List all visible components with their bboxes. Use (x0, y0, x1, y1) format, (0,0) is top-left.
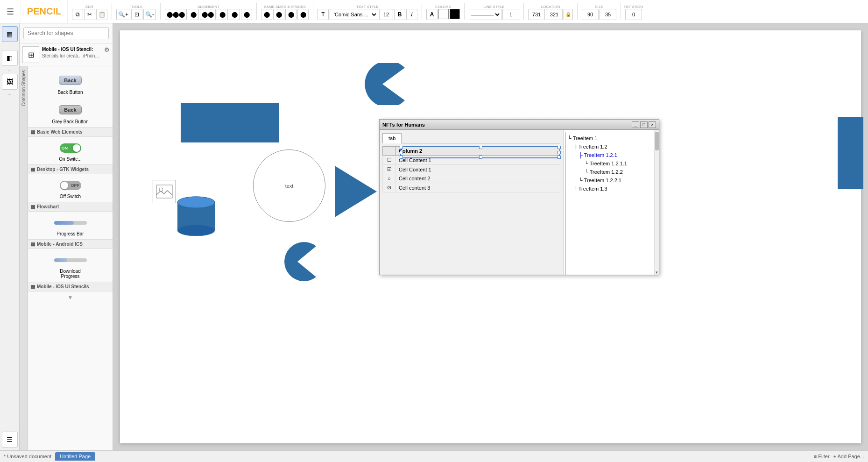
tree-item[interactable]: ├ TreeItem 1.2.1 (568, 151, 655, 159)
text-color-button[interactable]: A (426, 9, 438, 20)
copy-button[interactable]: ⧉ (72, 9, 83, 20)
section-header-label: Mobile - iOS UI Stencils (37, 284, 89, 289)
section-header-label: Desktop - GTK Widgets (37, 167, 89, 172)
list-item[interactable]: ON On Switc... (28, 137, 113, 164)
column-2-header: Column 2 (396, 147, 560, 156)
tree-scrollbar-thumb[interactable] (655, 132, 659, 150)
shape-label: Back Button (58, 90, 83, 95)
stroke-color-box[interactable] (450, 9, 460, 19)
dialog-table: Column 2 ☐ Cell Content 1 ☑ (382, 146, 560, 192)
align-bottom-button[interactable]: ⬤ (241, 9, 252, 20)
list-item[interactable]: Back Grey Back Button (28, 98, 113, 127)
misc-tab-button[interactable]: ☰ (2, 432, 18, 448)
align-top-button[interactable]: ⬤ (217, 9, 228, 20)
list-item[interactable]: OFF Off Switch (28, 174, 113, 202)
svg-rect-4 (156, 185, 172, 198)
section-label-column: Common Shapes (20, 66, 28, 450)
cut-button[interactable]: ✂ (84, 9, 95, 20)
location-y-input[interactable]: 321 (546, 9, 563, 20)
section-expand-icon: ▦ (31, 242, 35, 247)
page-tab[interactable]: Untitled Page (55, 452, 95, 461)
maximize-button[interactable]: □ (640, 121, 648, 128)
blue-cylinder-shape (175, 194, 217, 236)
distribute-v-button[interactable]: ⬤ (297, 9, 309, 20)
close-button[interactable]: × (649, 121, 656, 128)
section-header-basic-web[interactable]: ▦ Basic Web Elements (28, 127, 113, 137)
align-left-button[interactable]: ⬤⬤⬤ (165, 9, 187, 20)
line-style-label: LINE STYLE (483, 5, 504, 9)
lock-button[interactable]: 🔒 (564, 9, 573, 20)
search-input[interactable] (23, 27, 109, 39)
font-size-input[interactable] (379, 9, 393, 20)
section-expand-icon: ▦ (31, 129, 35, 135)
shape-search-area (20, 23, 113, 43)
dialog-tab-tab[interactable]: tab (382, 133, 402, 143)
text-format-button[interactable]: T (318, 9, 329, 20)
rotation-input[interactable]: 0 (625, 9, 642, 20)
same-h-button[interactable]: ⬤ (273, 9, 284, 20)
minimize-button[interactable]: _ (632, 121, 639, 128)
svg-point-6 (849, 117, 863, 189)
images-tab-button[interactable]: 🖼 (2, 74, 18, 90)
line-width-input[interactable] (502, 9, 519, 20)
canvas[interactable]: text (120, 30, 861, 443)
list-item[interactable]: Back Back Button (28, 68, 113, 98)
tree-view: └ TreeItem 1 ├ TreeItem 1.2 ├ TreeItem 1… (565, 132, 657, 275)
zoom-out-button[interactable]: 🔍- (143, 9, 156, 20)
stencil-grid-button[interactable]: ⊞ (22, 46, 39, 63)
align-center-button[interactable]: ⬤ (188, 9, 199, 20)
dialog-tab-area: tab (382, 133, 560, 143)
hamburger-button[interactable]: ☰ (0, 0, 21, 23)
tree-scrollbar-track[interactable]: ▼ (654, 130, 659, 275)
line-style-select[interactable]: —————— - - - - - (469, 9, 501, 20)
fill-color-box[interactable] (438, 9, 449, 19)
add-page-button[interactable]: + Add Page... (833, 454, 864, 459)
photo-placeholder-shape (153, 180, 176, 203)
left-panel: ⊞ Mobile - iOS UI Stencil: Stencils for … (20, 23, 113, 450)
size-h-input[interactable]: 35 (600, 9, 616, 20)
scroll-down-indicator[interactable]: ▼ (28, 291, 113, 304)
shapes-tab-button[interactable]: ▦ (2, 26, 18, 42)
layers-tab-button[interactable]: ◧ (2, 50, 18, 66)
table-row[interactable]: ☐ Cell Content 1 (383, 156, 560, 165)
bold-button[interactable]: B (394, 9, 405, 20)
tree-item: └ TreeItem 1.2.2.1 (568, 176, 655, 185)
section-header-flowchart[interactable]: ▦ Flowchart (28, 202, 113, 212)
circle-shape: text (253, 149, 325, 222)
shapes-tab-label: … (8, 44, 12, 48)
misc-icon: ☰ (7, 436, 13, 443)
section-header-mobile-android[interactable]: ▦ Mobile - Android ICS (28, 239, 113, 249)
stencil-settings-icon[interactable]: ⚙ (104, 46, 110, 53)
stencil-panel: ⊞ Mobile - iOS UI Stencil: Stencils for … (20, 43, 113, 66)
blue-triangle-shape (335, 166, 377, 217)
italic-button[interactable]: I (406, 9, 417, 20)
list-item[interactable]: Download Progress (28, 249, 113, 282)
tree-link[interactable]: ├ TreeItem 1.2.1 (579, 152, 617, 158)
paste-button[interactable]: 📋 (96, 9, 107, 20)
section-header-desktop-gtk[interactable]: ▦ Desktop - GTK Widgets (28, 164, 113, 174)
table-row[interactable]: ☑ Cell Content 1 (383, 165, 560, 174)
location-x-input[interactable]: 731 (528, 9, 545, 20)
tree-scroll-down-btn[interactable]: ▼ (655, 270, 659, 275)
zoom-in-button[interactable]: 🔍+ (116, 9, 130, 20)
circle-text: text (285, 183, 294, 189)
align-middle-button[interactable]: ⬤ (229, 9, 240, 20)
list-item[interactable]: Progress Bar (28, 212, 113, 239)
align-right-button[interactable]: ⬤⬤ (200, 9, 216, 20)
app-logo: PENCIL (21, 0, 68, 23)
size-w-input[interactable]: 90 (582, 9, 599, 20)
download-progress-thumb (54, 258, 87, 262)
font-select[interactable]: 'Comic Sans ... (330, 9, 378, 20)
same-w-button[interactable]: ⬤ (261, 9, 272, 20)
section-header-mobile-ios[interactable]: ▦ Mobile - iOS UI Stencils (28, 282, 113, 291)
common-shapes-label: Common Shapes (20, 66, 27, 110)
filter-button[interactable]: ≡ Filter (814, 454, 830, 459)
hamburger-icon: ☰ (7, 7, 14, 17)
distribute-h-button[interactable]: ⬤ (285, 9, 296, 20)
fit-button[interactable]: ⊡ (131, 9, 142, 20)
horizontal-line-shape (269, 131, 367, 131)
checkbox-cell: ☑ (383, 165, 396, 174)
table-row[interactable]: ○ Cell content 2 (383, 174, 560, 183)
table-row[interactable]: ⊙ Cell content 3 (383, 183, 560, 192)
edit-label: EDIT (85, 5, 94, 9)
